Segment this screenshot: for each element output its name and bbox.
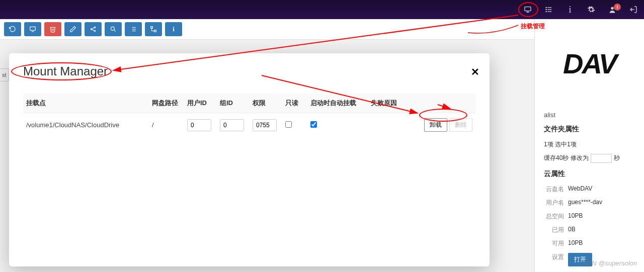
mount-manager-modal: Mount Manager ✕ 挂载点 网盘路径 用户ID 组ID 权限 只读 … xyxy=(9,53,490,266)
settings-label: 设置 xyxy=(544,253,568,266)
used-value: 0B xyxy=(568,226,576,234)
cell-diskpath: / xyxy=(149,113,184,137)
monitor-button[interactable] xyxy=(24,22,41,36)
close-icon[interactable]: ✕ xyxy=(471,66,479,78)
cache-line: 缓存40秒 修改为 秒 xyxy=(544,151,635,165)
svg-point-7 xyxy=(546,9,546,10)
user-icon[interactable]: ! xyxy=(607,6,618,14)
list-icon[interactable] xyxy=(543,6,554,14)
th-perm: 权限 xyxy=(250,94,282,113)
info-button[interactable]: i xyxy=(165,22,182,36)
cloud-props-heading: 云属性 xyxy=(544,169,635,178)
logo-area: DAV xyxy=(535,19,644,108)
automount-checkbox[interactable] xyxy=(310,121,317,128)
avail-value: 10PB xyxy=(568,239,583,248)
delete-button[interactable] xyxy=(44,22,61,36)
list-button[interactable] xyxy=(125,22,142,36)
sidebar: DAV alist 文件夹属性 1项 选中1项 缓存40秒 修改为 秒 云属性 … xyxy=(534,19,644,272)
delete-row-button[interactable]: 删除 xyxy=(449,118,472,132)
table-row: /volume1/CloudNAS/CloudDrive / 卸载 删除 xyxy=(23,113,475,137)
anno-label-top: 挂载管理 xyxy=(521,22,545,31)
svg-rect-24 xyxy=(154,30,156,32)
th-failreason: 失败原因 xyxy=(368,94,408,113)
username-value: gues****-dav xyxy=(568,199,602,207)
th-uid: 用户ID xyxy=(184,94,217,113)
edit-button[interactable] xyxy=(64,22,82,36)
svg-point-8 xyxy=(546,11,546,12)
svg-line-17 xyxy=(92,30,95,31)
svg-point-6 xyxy=(546,7,546,8)
logout-icon[interactable] xyxy=(628,6,639,14)
svg-rect-23 xyxy=(151,27,153,29)
perm-input[interactable] xyxy=(253,119,277,131)
cache-unit: 秒 xyxy=(614,154,620,163)
th-automount: 启动时自动挂载 xyxy=(307,94,368,113)
diskname-label: 云盘名 xyxy=(544,185,568,194)
refresh-button[interactable] xyxy=(4,22,21,36)
used-label: 已用 xyxy=(544,226,568,234)
watermark: CSDN @supersolon xyxy=(578,259,637,267)
total-label: 总空间 xyxy=(544,212,568,221)
gear-icon[interactable] xyxy=(586,6,597,14)
avail-label: 可用 xyxy=(544,239,568,248)
svg-line-16 xyxy=(92,28,95,29)
left-tab[interactable]: st xyxy=(0,68,9,81)
info-icon[interactable]: i xyxy=(565,5,576,15)
svg-rect-11 xyxy=(30,27,36,30)
monitor-icon[interactable] xyxy=(522,6,533,14)
gid-input[interactable] xyxy=(220,119,244,131)
cloud-name: alist xyxy=(544,111,635,119)
cache-label: 缓存40秒 修改为 xyxy=(544,154,589,163)
mount-table: 挂载点 网盘路径 用户ID 组ID 权限 只读 启动时自动挂载 失败原因 /vo… xyxy=(23,94,475,137)
selection-info: 1项 选中1项 xyxy=(544,138,635,151)
cache-input[interactable] xyxy=(591,154,612,163)
logo-text: DAV xyxy=(563,47,616,80)
cell-failreason xyxy=(368,113,408,137)
th-gid: 组ID xyxy=(217,94,250,113)
readonly-checkbox[interactable] xyxy=(285,121,292,128)
svg-point-13 xyxy=(91,29,92,30)
svg-line-19 xyxy=(114,30,116,32)
svg-point-15 xyxy=(94,30,95,31)
diskname-value: WebDAV xyxy=(568,185,592,194)
total-value: 10PB xyxy=(568,212,583,221)
folder-props-heading: 文件夹属性 xyxy=(544,125,635,134)
uid-input[interactable] xyxy=(187,119,211,131)
th-readonly: 只读 xyxy=(282,94,307,113)
svg-point-9 xyxy=(611,7,613,10)
unmount-button[interactable]: 卸载 xyxy=(424,118,447,132)
search-button[interactable] xyxy=(105,22,122,36)
top-bar: i ! xyxy=(0,0,644,19)
svg-rect-0 xyxy=(525,7,531,11)
tree-button[interactable] xyxy=(145,22,162,36)
th-diskpath: 网盘路径 xyxy=(149,94,184,113)
alert-badge: ! xyxy=(614,4,621,11)
svg-point-14 xyxy=(94,27,95,28)
cell-mount: /volume1/CloudNAS/CloudDrive xyxy=(23,113,149,137)
modal-title: Mount Manager xyxy=(23,64,475,78)
th-mount: 挂载点 xyxy=(23,94,149,113)
share-button[interactable] xyxy=(85,22,102,36)
username-label: 用户名 xyxy=(544,199,568,207)
